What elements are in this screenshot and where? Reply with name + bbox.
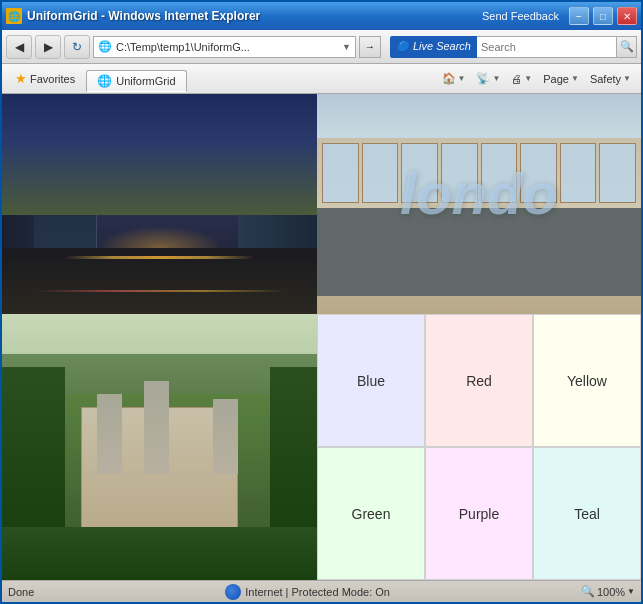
print-icon: 🖨 (511, 73, 522, 85)
window-title: UniformGrid - Windows Internet Explorer (27, 9, 260, 23)
london-sky (317, 94, 641, 138)
london-bg (317, 94, 641, 314)
title-bar: 🌐 UniformGrid - Windows Internet Explore… (2, 2, 641, 30)
blue-label: Blue (357, 373, 385, 389)
status-left: Done (8, 586, 34, 598)
title-bar-left: 🌐 UniformGrid - Windows Internet Explore… (6, 8, 260, 24)
ie-icon: 🌐 (6, 8, 22, 24)
maximize-button[interactable]: □ (593, 7, 613, 25)
window-1 (322, 143, 359, 203)
zone-text: Internet | Protected Mode: On (245, 586, 390, 598)
safety-button[interactable]: Safety ▼ (586, 71, 635, 87)
toolbar-right: 🏠 ▼ 📡 ▼ 🖨 ▼ Page ▼ Safety ▼ (438, 70, 636, 87)
apple-store-front (317, 208, 641, 296)
content-area: londo (2, 94, 641, 580)
feeds-icon: 📡 (476, 72, 490, 85)
window-6 (520, 143, 557, 203)
favorites-label: Favorites (30, 73, 75, 85)
window-4 (441, 143, 478, 203)
color-grid: Blue Red Yellow Green Purple Teal (317, 314, 641, 580)
castle-photo (2, 314, 317, 580)
address-bar[interactable]: 🌐 C:\Temp\temp1\UniformG... ▼ (93, 36, 356, 58)
tab-label: UniformGrid (116, 75, 175, 87)
castle-right-forest (270, 367, 317, 527)
london-photo: londo (317, 94, 641, 314)
tab-bar: 🌐 UniformGrid (86, 66, 433, 92)
star-icon: ★ (15, 71, 27, 86)
nav-bar: ◀ ▶ ↻ 🌐 C:\Temp\temp1\UniformG... ▼ → 🔵 … (2, 30, 641, 64)
status-text: Done (8, 586, 34, 598)
zoom-button[interactable]: 🔍 100% ▼ (581, 585, 635, 598)
page-label: Page (543, 73, 569, 85)
zoom-level: 100% (597, 586, 625, 598)
ie-globe-icon (225, 584, 241, 600)
forward-button[interactable]: ▶ (35, 35, 61, 59)
home-icon: 🏠 (442, 72, 456, 85)
toolbar: ★ Favorites 🌐 UniformGrid 🏠 ▼ 📡 ▼ 🖨 ▼ (2, 64, 641, 94)
yellow-label: Yellow (567, 373, 607, 389)
castle-tower-2 (144, 381, 169, 474)
home-button[interactable]: 🏠 ▼ (438, 70, 470, 87)
window: 🌐 UniformGrid - Windows Internet Explore… (0, 0, 643, 604)
city-photo (2, 94, 317, 314)
color-cell-red: Red (425, 314, 533, 447)
live-search-area: 🔵 Live Search 🔍 (390, 36, 637, 58)
status-bar: Done Internet | Protected Mode: On 🔍 100… (2, 580, 641, 602)
castle-tower-1 (97, 394, 122, 474)
purple-label: Purple (459, 506, 499, 522)
search-submit-button[interactable]: 🔍 (617, 36, 637, 58)
car-lights (34, 290, 286, 292)
ie-address-icon: 🌐 (98, 40, 112, 54)
nav-go-button[interactable]: → (359, 36, 381, 58)
back-button[interactable]: ◀ (6, 35, 32, 59)
page-button[interactable]: Page ▼ (539, 71, 583, 87)
live-search-logo: 🔵 Live Search (390, 36, 477, 58)
window-2 (362, 143, 399, 203)
zoom-arrow-icon: ▼ (627, 587, 635, 596)
safety-label: Safety (590, 73, 621, 85)
london-facade (317, 138, 641, 314)
teal-label: Teal (574, 506, 600, 522)
color-cell-blue: Blue (317, 314, 425, 447)
dropdown-arrow[interactable]: ▼ (342, 42, 351, 52)
window-7 (560, 143, 597, 203)
refresh-button[interactable]: ↻ (64, 35, 90, 59)
window-3 (401, 143, 438, 203)
feeds-button[interactable]: 📡 ▼ (472, 70, 504, 87)
status-right: 🔍 100% ▼ (581, 585, 635, 598)
castle-trees (2, 527, 317, 580)
street-lights (65, 256, 254, 259)
color-cell-teal: Teal (533, 447, 641, 580)
color-cell-yellow: Yellow (533, 314, 641, 447)
london-windows (317, 138, 641, 208)
tab-ie-icon: 🌐 (97, 74, 112, 88)
minimize-button[interactable]: − (569, 7, 589, 25)
color-cell-green: Green (317, 447, 425, 580)
castle-tower-3 (213, 399, 238, 473)
window-8 (599, 143, 636, 203)
search-input[interactable] (477, 36, 617, 58)
close-button[interactable]: ✕ (617, 7, 637, 25)
zoom-icon: 🔍 (581, 585, 595, 598)
uniform-grid: londo (2, 94, 641, 580)
tab-uniformgrid[interactable]: 🌐 UniformGrid (86, 70, 186, 92)
red-label: Red (466, 373, 492, 389)
live-text: 🔵 Live Search (396, 40, 471, 53)
window-5 (481, 143, 518, 203)
status-center: Internet | Protected Mode: On (225, 584, 390, 600)
castle-left-forest (2, 367, 65, 527)
green-label: Green (352, 506, 391, 522)
favorites-button[interactable]: ★ Favorites (8, 68, 82, 89)
color-cell-purple: Purple (425, 447, 533, 580)
address-text: C:\Temp\temp1\UniformG... (116, 41, 342, 53)
print-button[interactable]: 🖨 ▼ (507, 71, 536, 87)
send-feedback-button[interactable]: Send Feedback (476, 7, 565, 25)
